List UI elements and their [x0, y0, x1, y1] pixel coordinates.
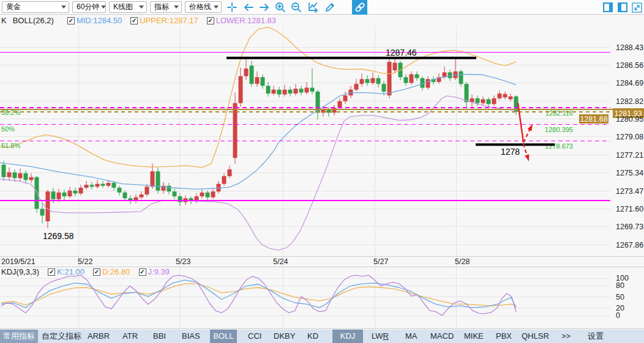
chart-type-select[interactable]: K线图 — [109, 1, 147, 13]
tab-CCI[interactable]: CCI — [248, 330, 261, 343]
kdj-legend: KDJ(9,3,3) ✓K:21.00 ✓D:26.80 ✓J:9.39 — [0, 267, 551, 276]
tab-[interactable]: 自定义指标 — [42, 330, 81, 343]
drawn-line-label: 1278 — [501, 147, 520, 157]
toolbar: 黄金 60分钟 K线图 指标 价格线 — [0, 0, 644, 15]
zoom-in-icon[interactable] — [273, 0, 288, 15]
low-price-label: 1269.58 — [43, 231, 74, 241]
tab-BOLL[interactable]: BOLL — [210, 330, 237, 343]
kdj-d-toggle[interactable]: ✓D:26.80 — [93, 267, 130, 276]
chevron-down-icon — [174, 6, 179, 9]
zoom-out-icon[interactable] — [289, 0, 304, 15]
svg-text:1275.34: 1275.34 — [616, 169, 643, 177]
svg-text:80: 80 — [616, 281, 624, 290]
svg-text:0: 0 — [616, 311, 620, 320]
chevron-down-icon — [139, 6, 144, 9]
svg-text:1273.47: 1273.47 — [616, 187, 643, 196]
tab-ATR[interactable]: ATR — [122, 330, 138, 343]
kdj-k-toggle[interactable]: ✓K:21.00 — [48, 267, 84, 276]
svg-text:2019/5/21: 2019/5/21 — [1, 257, 36, 266]
tab-MACD[interactable]: MACD — [430, 330, 454, 343]
tab-BIAS[interactable]: BIAS — [182, 330, 200, 343]
svg-text:5/24: 5/24 — [273, 257, 288, 266]
boll-mid-toggle[interactable]: ✓MID:1284.50 — [67, 16, 122, 25]
svg-text:5/22: 5/22 — [78, 257, 92, 266]
svg-text:1280.395: 1280.395 — [545, 126, 573, 133]
svg-text:1269.73: 1269.73 — [616, 223, 643, 231]
chart-canvas: 38.2%1282.11650%1280.39561.8%1278.673128… — [0, 0, 644, 343]
svg-text:1282.116: 1282.116 — [545, 109, 573, 117]
kdj-params: KDJ(9,3,3) — [1, 267, 39, 276]
svg-text:5/28: 5/28 — [455, 257, 470, 266]
period-select[interactable]: 60分钟 — [72, 1, 106, 13]
svg-text:1279.08: 1279.08 — [616, 133, 643, 141]
trading-chart-app: 38.2%1282.11650%1280.39561.8%1278.673128… — [0, 0, 644, 343]
boll-params: BOLL(26,2) — [13, 16, 54, 25]
tab-MIKE[interactable]: MIKE — [464, 330, 484, 343]
svg-text:1281.68: 1281.68 — [580, 115, 607, 124]
checkbox-icon[interactable]: ✓ — [48, 268, 55, 276]
svg-text:1282.82: 1282.82 — [616, 97, 643, 106]
checkbox-icon[interactable]: ✓ — [139, 268, 146, 276]
svg-text:1284.69: 1284.69 — [616, 79, 643, 87]
checkbox-icon[interactable]: ✓ — [130, 17, 138, 24]
svg-text:1267.86: 1267.86 — [616, 241, 643, 249]
tab-MA[interactable]: MA — [405, 330, 417, 343]
tab-BBI[interactable]: BBI — [153, 330, 166, 343]
svg-text:50: 50 — [616, 293, 624, 301]
checkbox-icon[interactable]: ✓ — [207, 17, 214, 24]
k-label: K — [1, 16, 7, 25]
price-label-badge: 1281.68 — [579, 114, 608, 124]
indicator-select[interactable]: 指标 — [150, 1, 182, 13]
svg-text:50%: 50% — [1, 125, 15, 133]
kdj-j-toggle[interactable]: ✓J:9.39 — [139, 267, 170, 276]
tab-QHLSR[interactable]: QHLSR — [522, 330, 549, 343]
expand-icon[interactable] — [631, 0, 643, 15]
tab-LWR[interactable]: LWR — [372, 330, 389, 343]
boll-upper-toggle[interactable]: ✓UPPER:1287.17 — [130, 16, 198, 25]
svg-text:38.2%: 38.2% — [1, 109, 20, 116]
svg-text:1277.21: 1277.21 — [616, 151, 643, 160]
svg-text:1286.56: 1286.56 — [616, 61, 643, 70]
link-icon[interactable] — [352, 0, 367, 15]
svg-text:5/23: 5/23 — [176, 257, 190, 266]
panel-layout-1-icon[interactable] — [602, 0, 613, 15]
panel-layout-2-icon[interactable] — [617, 0, 628, 15]
tab-PBX[interactable]: PBX — [496, 330, 512, 343]
arrow-right-icon[interactable] — [257, 0, 272, 15]
svg-text:5/27: 5/27 — [373, 257, 388, 266]
chevron-down-icon — [61, 6, 66, 9]
crosshair-icon[interactable] — [225, 0, 239, 15]
tab-[interactable]: 设置 — [588, 330, 604, 343]
boll-legend: K BOLL(26,2) ✓MID:1284.50 ✓UPPER:1287.17… — [0, 15, 551, 26]
svg-text:61.8%: 61.8% — [1, 142, 20, 149]
tab-DKBY[interactable]: DKBY — [274, 330, 295, 343]
tab-KDJ[interactable]: KDJ — [332, 330, 363, 343]
indicator-tab-bar: 常用指标自定义指标ARBRATRBBIBIASBOLLCCIDKBYKDKDJL… — [0, 330, 644, 343]
tab-KD[interactable]: KD — [307, 330, 318, 343]
arrow-left-icon[interactable] — [241, 0, 256, 15]
svg-text:1288.43: 1288.43 — [616, 43, 643, 52]
tab-ARBR[interactable]: ARBR — [88, 330, 110, 343]
boll-lower-toggle[interactable]: ✓LOWER:1281.83 — [207, 16, 276, 25]
chart-background — [0, 15, 644, 330]
tab-[interactable]: 常用指标 — [0, 330, 38, 343]
svg-text:1271.60: 1271.60 — [616, 205, 643, 213]
price-line-select[interactable]: 价格线 — [185, 1, 222, 13]
checkbox-icon[interactable]: ✓ — [93, 268, 100, 276]
svg-text:1280.95: 1280.95 — [616, 115, 643, 124]
checkbox-icon[interactable]: ✓ — [67, 17, 75, 24]
symbol-select[interactable]: 黄金 — [2, 1, 69, 13]
chevron-down-icon — [101, 6, 106, 9]
tab-[interactable]: >> — [561, 330, 571, 343]
axis-scale-icon[interactable] — [305, 0, 321, 15]
pencil-icon[interactable] — [323, 0, 337, 15]
chevron-down-icon — [214, 6, 219, 9]
drawn-line-label: 1287.46 — [386, 48, 417, 57]
